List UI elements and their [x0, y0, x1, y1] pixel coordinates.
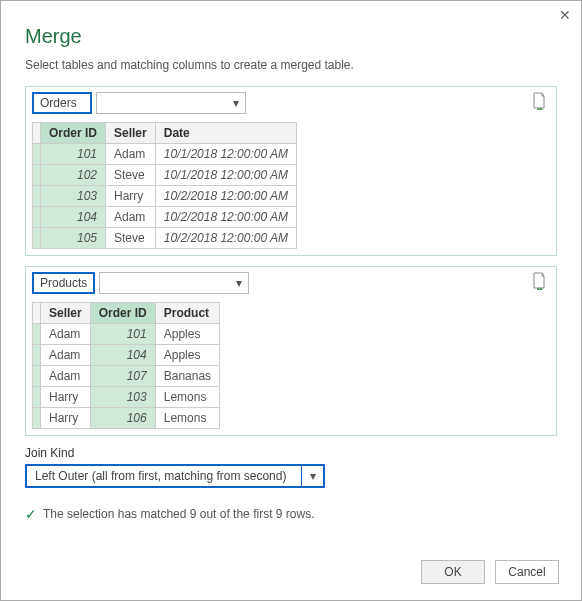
dialog-title: Merge [25, 25, 581, 48]
cell: 105 [41, 228, 106, 249]
cell: 107 [90, 366, 155, 387]
table1-column-select[interactable]: ▾ [96, 92, 246, 114]
status-text: The selection has matched 9 out of the f… [43, 507, 314, 521]
cell: Bananas [155, 366, 219, 387]
table2-header-row: Seller Order ID Product [33, 303, 220, 324]
cell: 101 [41, 144, 106, 165]
table2-grid: Seller Order ID Product Adam101ApplesAda… [32, 302, 220, 429]
cell: Apples [155, 345, 219, 366]
cell: Adam [106, 144, 156, 165]
cell: Adam [41, 345, 91, 366]
rowhandle [33, 408, 41, 429]
table-row[interactable]: 105Steve10/2/2018 12:00:00 AM [33, 228, 297, 249]
table2-section: Products ▾ Seller Order ID Product Adam1… [25, 266, 557, 436]
chevron-down-icon: ▾ [230, 276, 248, 290]
cell: Steve [106, 165, 156, 186]
col-order-id[interactable]: Order ID [41, 123, 106, 144]
cell: 10/2/2018 12:00:00 AM [155, 228, 296, 249]
cancel-button[interactable]: Cancel [495, 560, 559, 584]
cell: Adam [41, 366, 91, 387]
cell: 101 [90, 324, 155, 345]
table2-column-select[interactable]: ▾ [99, 272, 249, 294]
rowhandle [33, 207, 41, 228]
table-row[interactable]: Harry106Lemons [33, 408, 220, 429]
table1-select[interactable]: Orders [32, 92, 92, 114]
table-row[interactable]: Adam107Bananas [33, 366, 220, 387]
cell: 104 [41, 207, 106, 228]
table-row[interactable]: 103Harry10/2/2018 12:00:00 AM [33, 186, 297, 207]
close-icon[interactable]: ✕ [559, 7, 571, 23]
cell: Lemons [155, 387, 219, 408]
ok-button[interactable]: OK [421, 560, 485, 584]
table-row[interactable]: 101Adam10/1/2018 12:00:00 AM [33, 144, 297, 165]
rowhandle [33, 165, 41, 186]
cell: 104 [90, 345, 155, 366]
footer: OK Cancel [421, 560, 559, 584]
status-row: ✓ The selection has matched 9 out of the… [25, 506, 557, 522]
cell: 10/2/2018 12:00:00 AM [155, 207, 296, 228]
rowhandle [33, 324, 41, 345]
table1-section: Orders ▾ Order ID Seller Date 101Adam10/… [25, 86, 557, 256]
cell: 10/1/2018 12:00:00 AM [155, 165, 296, 186]
rowhandle [33, 366, 41, 387]
rowhandle [33, 186, 41, 207]
cell: Adam [41, 324, 91, 345]
rowhandle [33, 345, 41, 366]
rowhandle-head [33, 303, 41, 324]
dialog-subtitle: Select tables and matching columns to cr… [25, 58, 557, 72]
cell: 10/2/2018 12:00:00 AM [155, 186, 296, 207]
cell: Adam [106, 207, 156, 228]
join-kind-label: Join Kind [25, 446, 557, 460]
rowhandle [33, 387, 41, 408]
join-kind-group: Join Kind Left Outer (all from first, ma… [25, 446, 557, 488]
cell: Apples [155, 324, 219, 345]
cell: 103 [90, 387, 155, 408]
check-icon: ✓ [25, 506, 37, 522]
cell: Harry [41, 387, 91, 408]
join-kind-value: Left Outer (all from first, matching fro… [27, 469, 301, 483]
cell: Harry [41, 408, 91, 429]
cell: 10/1/2018 12:00:00 AM [155, 144, 296, 165]
merge-dialog: ✕ Merge Select tables and matching colum… [0, 0, 582, 601]
cell: 106 [90, 408, 155, 429]
cell: 102 [41, 165, 106, 186]
table-row[interactable]: Adam104Apples [33, 345, 220, 366]
cell: 103 [41, 186, 106, 207]
col-date[interactable]: Date [155, 123, 296, 144]
cell: Steve [106, 228, 156, 249]
col-seller[interactable]: Seller [41, 303, 91, 324]
table-row[interactable]: 104Adam10/2/2018 12:00:00 AM [33, 207, 297, 228]
table-row[interactable]: Adam101Apples [33, 324, 220, 345]
rowhandle [33, 144, 41, 165]
table1-name: Orders [34, 96, 90, 110]
chevron-down-icon: ▾ [301, 466, 323, 486]
table-row[interactable]: 102Steve10/1/2018 12:00:00 AM [33, 165, 297, 186]
cell: Lemons [155, 408, 219, 429]
col-product[interactable]: Product [155, 303, 219, 324]
table1-grid: Order ID Seller Date 101Adam10/1/2018 12… [32, 122, 297, 249]
rowhandle-head [33, 123, 41, 144]
chevron-down-icon: ▾ [227, 96, 245, 110]
table2-select[interactable]: Products [32, 272, 95, 294]
rowhandle [33, 228, 41, 249]
col-seller[interactable]: Seller [106, 123, 156, 144]
table1-header-row: Order ID Seller Date [33, 123, 297, 144]
join-kind-select[interactable]: Left Outer (all from first, matching fro… [25, 464, 325, 488]
cell: Harry [106, 186, 156, 207]
table2-name: Products [34, 276, 93, 290]
table-row[interactable]: Harry103Lemons [33, 387, 220, 408]
col-order-id[interactable]: Order ID [90, 303, 155, 324]
